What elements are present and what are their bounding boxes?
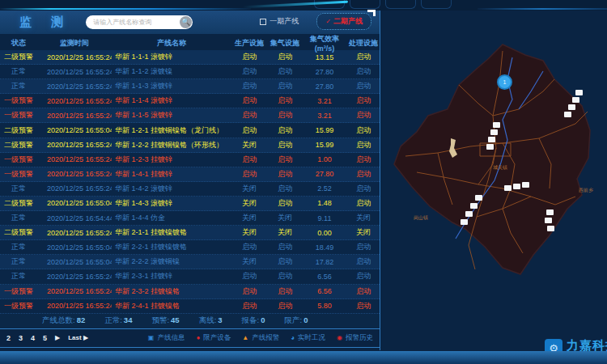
table-row[interactable]: 正常2020/12/25 16:55:24华新 2-3-1 挂镀锌启动启动6.5…	[0, 269, 380, 284]
table-row[interactable]: 正常2020/12/25 16:55:24华新 1-4-2 滚镀锌关闭启动2.5…	[0, 182, 380, 197]
production-facility-cell: 关闭	[231, 213, 267, 223]
table-row[interactable]: 正常2020/12/25 16:55:24华新 1-1-2 滚镀镍启动启动27.…	[0, 65, 380, 79]
gas-efficiency-cell: 0.00	[303, 229, 346, 237]
phase2-button[interactable]: ✓二期产线	[316, 13, 371, 30]
status-cell: 正常	[0, 66, 37, 77]
production-facility-cell: 启动	[231, 95, 267, 106]
gas-collection-cell: 关闭	[267, 213, 303, 223]
gas-collection-cell: 启动	[267, 95, 303, 106]
gas-efficiency-cell: 18.49	[303, 243, 346, 252]
table-row[interactable]: 一级预警2020/12/25 16:55:24华新 2-3-2 挂镀镍铬启动启动…	[0, 285, 380, 299]
table-row[interactable]: 一级预警2020/12/25 16:55:24华新 1-1-5 滚镀锌启动启动3…	[0, 108, 380, 123]
line-name-cell: 华新 1-1-5 滚镀锌	[112, 110, 231, 121]
table-row[interactable]: 正常2020/12/25 16:55:04华新 2-2-1 挂镀镍镀铬启动启动1…	[0, 240, 380, 255]
line-name-cell: 华新 2-4-1 挂镀镍铬	[112, 301, 231, 311]
summary-value: 0	[261, 315, 265, 324]
table-row[interactable]: 二级预警2020/12/25 16:55:24华新 1-1-1 滚镀锌启动启动1…	[0, 50, 380, 65]
map-cluster-badge[interactable]: 1	[497, 74, 512, 90]
status-cell: 正常	[0, 213, 37, 223]
status-cell: 一级预警	[0, 169, 37, 180]
legend-item-产线报警[interactable]: ▲产线报警	[242, 333, 279, 343]
time-cell: 2020/12/25 16:55:24	[37, 53, 112, 61]
time-cell: 2020/12/25 16:55:04	[37, 199, 112, 207]
table-row[interactable]: 正常2020/12/25 16:55:24华新 1-1-3 滚镀锌启动启动27.…	[0, 79, 380, 94]
status-cell: 二级预警	[0, 227, 37, 238]
table-row[interactable]: 一级预警2020/12/25 16:55:24华新 2-4-1 挂镀镍铬启动启动…	[0, 299, 380, 314]
production-facility-cell: 启动	[231, 110, 267, 121]
page-number[interactable]: 3	[19, 334, 23, 342]
table-header-row: 状态监测时间产线名称生产设施集气设施集气效率(m³/s)处理设施	[0, 34, 380, 50]
table-row[interactable]: 正常2020/12/25 16:54:44华新 1-4-4 仿金关闭关闭9.11…	[0, 211, 380, 226]
next-page-arrow[interactable]: ▶	[55, 334, 60, 341]
time-cell: 2020/12/25 16:55:24	[37, 141, 112, 149]
gas-collection-cell: 启动	[267, 52, 303, 62]
search-input[interactable]	[93, 16, 180, 28]
line-name-cell: 华新 1-2-1 挂镀铜镍铬（龙门线）	[112, 125, 231, 136]
summary-value: 45	[171, 315, 180, 324]
legend-label: 产线报警	[252, 333, 279, 343]
status-cell: 二级预警	[0, 52, 37, 62]
phase1-checkbox[interactable]: 一期产线	[260, 16, 299, 27]
page-number[interactable]: 2	[6, 334, 11, 342]
check-icon: ✓	[325, 18, 331, 25]
time-cell: 2020/12/25 16:55:24	[37, 184, 112, 193]
table-row[interactable]: 二级预警2020/12/25 16:55:04华新 1-2-1 挂镀铜镍铬（龙门…	[0, 123, 380, 138]
line-name-cell: 华新 2-2-2 滚镀铜镍	[112, 256, 231, 267]
production-facility-cell: 关闭	[231, 184, 267, 194]
last-page-button[interactable]: Last ▶	[68, 334, 88, 341]
history-dot-icon: ◉	[337, 334, 342, 341]
production-facility-cell: 启动	[231, 81, 267, 91]
status-cell: 一级预警	[0, 286, 37, 297]
phase-filter-group: 一期产线 ✓二期产线	[260, 13, 371, 30]
map-svg	[381, 35, 607, 286]
gas-collection-cell: 启动	[267, 184, 303, 194]
treatment-facility-cell: 启动	[346, 95, 380, 106]
gas-efficiency-cell: 13.15	[303, 53, 346, 61]
table-row[interactable]: 二级预警2020/12/25 16:55:04华新 1-4-3 滚镀锌关闭启动1…	[0, 197, 380, 211]
line-name-cell: 华新 2-2-1 挂镀镍镀铬	[112, 242, 231, 252]
glow-line-left	[0, 8, 251, 10]
page-number[interactable]: 4	[31, 334, 35, 342]
treatment-facility-cell: 启动	[346, 256, 380, 267]
line-name-cell: 华新 2-1-1 挂镀镍镀铬	[112, 227, 231, 238]
checkbox-icon[interactable]	[260, 19, 266, 25]
gas-efficiency-cell: 27.80	[303, 83, 346, 91]
column-header: 生产设施	[231, 38, 267, 49]
status-cell: 正常	[0, 271, 37, 281]
gas-collection-cell: 启动	[267, 242, 303, 252]
time-cell: 2020/12/25 16:55:24	[37, 112, 112, 120]
time-cell: 2020/12/25 16:55:04	[37, 258, 112, 266]
summary-item: 报备:0	[242, 315, 265, 326]
status-cell: 二级预警	[0, 140, 37, 150]
production-facility-cell: 启动	[231, 66, 267, 77]
line-name-cell: 华新 1-4-3 滚镀锌	[112, 198, 231, 209]
district-map[interactable]: 1 西前乡岗山镇城关镇	[381, 35, 607, 286]
glow-line-right	[478, 8, 607, 10]
legend-item-产线信息[interactable]: ▣产线信息	[148, 333, 185, 343]
table-row[interactable]: 二级预警2020/12/25 16:55:24华新 1-2-2 挂镀铜镍铬（环形…	[0, 138, 380, 153]
gas-collection-cell: 启动	[267, 125, 303, 136]
line-name-cell: 华新 2-3-1 挂镀锌	[112, 271, 231, 281]
production-facility-cell: 启动	[231, 52, 267, 62]
legend-item-报警历史[interactable]: ◉报警历史	[337, 333, 373, 343]
table-row[interactable]: 一级预警2020/12/25 16:55:24华新 1-1-4 滚镀锌启动启动3…	[0, 94, 380, 108]
summary-item: 产线总数:82	[42, 315, 85, 326]
header-bar: 监 测 🔍 一期产线 ✓二期产线	[0, 11, 380, 34]
gas-efficiency-cell: 17.82	[303, 258, 346, 266]
gas-efficiency-cell: 15.99	[303, 141, 346, 149]
gas-collection-cell: 启动	[267, 301, 303, 311]
table-row[interactable]: 二级预警2020/12/25 16:55:24华新 2-1-1 挂镀镍镀铬关闭关…	[0, 226, 380, 240]
table-row[interactable]: 一级预警2020/12/25 16:55:24华新 1-4-1 挂镀锌启动启动2…	[0, 167, 380, 182]
search-icon[interactable]: 🔍	[180, 16, 192, 28]
table-row[interactable]: 一级预警2020/12/25 16:55:24华新 1-2-3 挂镀锌启动启动1…	[0, 153, 380, 167]
gas-efficiency-cell: 9.11	[303, 214, 346, 222]
legend-item-限产设备[interactable]: ●限产设备	[196, 333, 231, 343]
monitor-panel: 监 测 🔍 一期产线 ✓二期产线 状态监测时间产线名称生产设施集气设施集气效率(…	[0, 11, 380, 350]
gas-efficiency-cell: 2.52	[303, 184, 346, 193]
page-number[interactable]: 5	[43, 334, 47, 342]
time-cell: 2020/12/25 16:55:24	[37, 97, 112, 105]
treatment-facility-cell: 关闭	[346, 227, 380, 238]
status-cell: 正常	[0, 184, 37, 194]
table-row[interactable]: 正常2020/12/25 16:55:04华新 2-2-2 滚镀铜镍关闭启动17…	[0, 255, 380, 269]
legend-item-实时工况[interactable]: ◕实时工况	[291, 333, 325, 343]
